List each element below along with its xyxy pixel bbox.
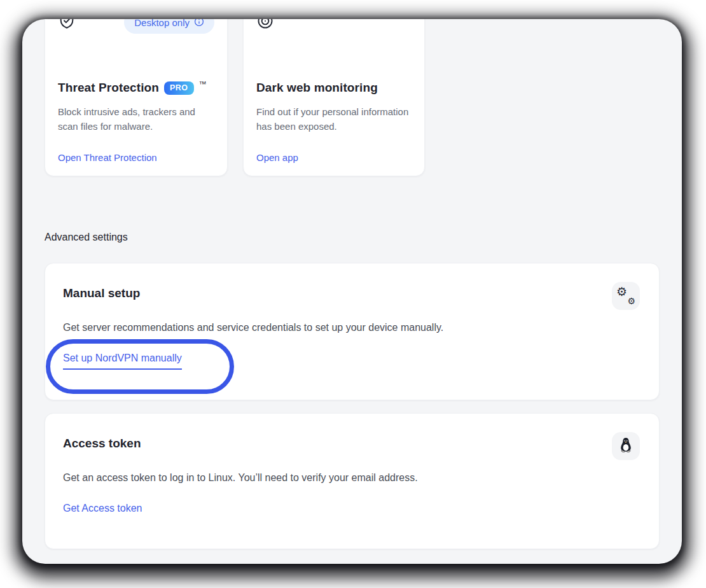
concentric-circles-icon: [256, 19, 274, 32]
dark-web-monitoring-card: Dark web monitoring Find out if your per…: [243, 19, 425, 176]
desktop-only-badge[interactable]: Desktop only: [124, 19, 214, 34]
access-token-corner-badge: [612, 432, 640, 460]
dark-web-monitoring-description: Find out if your personal information ha…: [256, 104, 412, 134]
linux-penguin-icon: [619, 437, 633, 455]
pro-badge: PRO: [164, 81, 194, 95]
page-content: Desktop only Threat Protection PRO: [45, 19, 660, 549]
access-token-description: Get an access token to log in to Linux. …: [63, 470, 640, 486]
desktop-only-label: Desktop only: [134, 19, 190, 28]
dark-web-monitoring-title: Dark web monitoring: [256, 81, 378, 95]
open-app-link[interactable]: Open app: [256, 152, 298, 163]
manual-setup-description: Get server recommendations and service c…: [63, 320, 640, 335]
manual-setup-title: Manual setup: [63, 286, 640, 300]
advanced-settings-heading: Advanced settings: [45, 232, 660, 243]
setup-nordvpn-manually-link[interactable]: Set up NordVPN manually: [63, 353, 182, 370]
gear-large-glyph: ⚙: [616, 286, 627, 298]
open-threat-protection-link[interactable]: Open Threat Protection: [58, 152, 157, 163]
dark-web-icon-row: [256, 19, 412, 34]
manual-setup-card: Manual setup ⚙ ⚙ Get server recommendati…: [45, 263, 660, 400]
gear-small-glyph: ⚙: [627, 297, 635, 305]
access-token-card: Access token Get an acc: [45, 413, 660, 549]
threat-protection-title: Threat Protection: [58, 81, 159, 95]
threat-protection-card: Desktop only Threat Protection PRO: [45, 19, 228, 176]
get-access-token-link[interactable]: Get Access token: [63, 503, 142, 514]
access-token-title: Access token: [63, 437, 640, 451]
dual-gears-icon: ⚙ ⚙: [616, 287, 635, 305]
threat-protection-icon-row: Desktop only: [58, 19, 214, 34]
feature-cards-row: Desktop only Threat Protection PRO: [45, 19, 660, 176]
shield-check-icon: [58, 19, 76, 32]
nord-account-window: Desktop only Threat Protection PRO: [22, 19, 682, 564]
threat-protection-description: Block intrusive ads, trackers and scan f…: [58, 104, 214, 134]
manual-setup-corner-badge: ⚙ ⚙: [612, 282, 640, 310]
dark-web-title-row: Dark web monitoring: [256, 81, 412, 95]
trademark-symbol: ™: [199, 80, 207, 88]
threat-protection-title-row: Threat Protection PRO ™: [58, 81, 214, 95]
info-icon: [194, 19, 204, 29]
